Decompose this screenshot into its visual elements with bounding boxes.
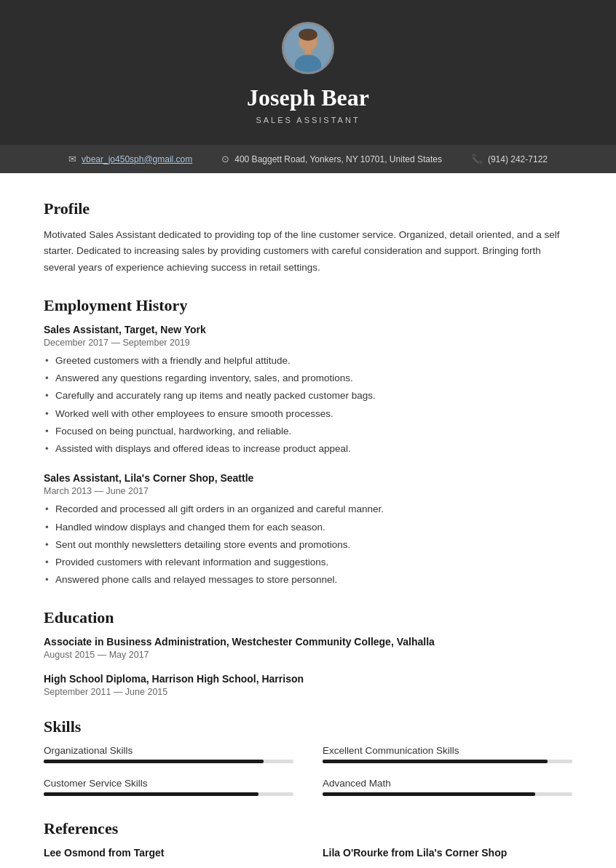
bullet-item: Worked well with other employees to ensu… — [44, 407, 572, 421]
svg-point-2 — [299, 28, 317, 40]
skill-bar-fill-cs — [44, 792, 258, 796]
header-name: Joseph Bear — [15, 84, 601, 111]
bullet-item: Answered any questions regarding invento… — [44, 371, 572, 386]
skill-label-math: Advanced Math — [323, 778, 572, 789]
references-grid: Lee Osmond from Target Lila O'Rourke fro… — [44, 847, 572, 859]
skill-bar-bg-math — [323, 792, 572, 796]
skill-label-comm: Excellent Communication Skills — [323, 745, 572, 756]
bullet-item: Greeted customers with a friendly and he… — [44, 354, 572, 368]
reference-2: Lila O'Rourke from Lila's Corner Shop — [323, 847, 572, 859]
skill-customer-service: Customer Service Skills — [44, 778, 293, 796]
skill-label-cs: Customer Service Skills — [44, 778, 293, 789]
skill-organizational: Organizational Skills — [44, 745, 293, 763]
skill-bar-bg-cs — [44, 792, 293, 796]
employment-title: Employment History — [44, 296, 572, 315]
skill-bar-bg-comm — [323, 760, 572, 763]
edu-dates-1: August 2015 — May 2017 — [44, 650, 572, 660]
employment-section: Employment History Sales Assistant, Targ… — [44, 296, 572, 588]
bullet-item: Carefully and accurately rang up items a… — [44, 389, 572, 403]
edu-title-2: High School Diploma, Harrison High Schoo… — [44, 673, 572, 685]
skill-label-org: Organizational Skills — [44, 745, 293, 756]
profile-title: Profile — [44, 199, 572, 218]
profile-section: Profile Motivated Sales Assistant dedica… — [44, 199, 572, 276]
bullet-item: Provided customers with relevant informa… — [44, 555, 572, 570]
skill-bar-fill-org — [44, 760, 264, 763]
resume-body: Profile Motivated Sales Assistant dedica… — [0, 173, 616, 868]
skill-communication: Excellent Communication Skills — [323, 745, 572, 763]
resume-document: Joseph Bear Sales Assistant ✉ vbear_jo45… — [0, 0, 616, 868]
edu-title-1: Associate in Business Administration, We… — [44, 636, 572, 648]
job-title-2: Sales Assistant, Lila's Corner Shop, Sea… — [44, 472, 572, 484]
skill-bar-bg-org — [44, 760, 293, 763]
references-title: References — [44, 819, 572, 838]
job-entry-2: Sales Assistant, Lila's Corner Shop, Sea… — [44, 472, 572, 587]
profile-text: Motivated Sales Assistant dedicated to p… — [44, 227, 572, 276]
job-title-1: Sales Assistant, Target, New York — [44, 324, 572, 335]
education-section: Education Associate in Business Administ… — [44, 608, 572, 697]
skills-section: Skills Organizational Skills Excellent C… — [44, 717, 572, 799]
job-dates-2: March 2013 — June 2017 — [44, 486, 572, 496]
bullet-item: Answered phone calls and relayed message… — [44, 573, 572, 587]
job-dates-1: December 2017 — September 2019 — [44, 338, 572, 348]
references-section: References Lee Osmond from Target Lila O… — [44, 819, 572, 859]
job-entry-1: Sales Assistant, Target, New York Decemb… — [44, 324, 572, 457]
contact-bar: ✉ vbear_jo450sph@gmail.com ⊙ 400 Baggett… — [0, 145, 616, 173]
contact-email: ✉ vbear_jo450sph@gmail.com — [68, 154, 192, 164]
job-bullets-1: Greeted customers with a friendly and he… — [44, 354, 572, 457]
location-icon: ⊙ — [221, 154, 229, 164]
contact-phone: 📞 (914) 242-7122 — [471, 154, 548, 164]
svg-rect-4 — [304, 48, 311, 55]
edu-entry-2: High School Diploma, Harrison High Schoo… — [44, 673, 572, 697]
skills-title: Skills — [44, 717, 572, 736]
skill-bar-fill-math — [323, 792, 535, 796]
phone-text: (914) 242-7122 — [488, 154, 548, 164]
bullet-item: Sent out monthly newsletters detailing s… — [44, 538, 572, 552]
skill-bar-fill-comm — [323, 760, 548, 763]
email-icon: ✉ — [68, 154, 76, 164]
bullet-item: Recorded and processed all gift orders i… — [44, 502, 572, 517]
phone-icon: 📞 — [471, 154, 483, 164]
skills-grid: Organizational Skills Excellent Communic… — [44, 745, 572, 799]
bullet-item: Handled window displays and changed them… — [44, 520, 572, 535]
education-title: Education — [44, 608, 572, 627]
bullet-item: Focused on being punctual, hardworking, … — [44, 424, 572, 439]
edu-entry-1: Associate in Business Administration, We… — [44, 636, 572, 660]
skill-math: Advanced Math — [323, 778, 572, 796]
job-bullets-2: Recorded and processed all gift orders i… — [44, 502, 572, 587]
header-title: Sales Assistant — [15, 116, 601, 124]
header-section: Joseph Bear Sales Assistant — [0, 0, 616, 145]
bullet-item: Assisted with displays and offered ideas… — [44, 442, 572, 456]
address-text: 400 Baggett Road, Yonkers, NY 10701, Uni… — [234, 154, 442, 164]
avatar — [282, 22, 334, 74]
email-link[interactable]: vbear_jo450sph@gmail.com — [82, 154, 192, 164]
edu-dates-2: September 2011 — June 2015 — [44, 687, 572, 697]
reference-1: Lee Osmond from Target — [44, 847, 293, 859]
contact-address: ⊙ 400 Baggett Road, Yonkers, NY 10701, U… — [221, 154, 442, 164]
